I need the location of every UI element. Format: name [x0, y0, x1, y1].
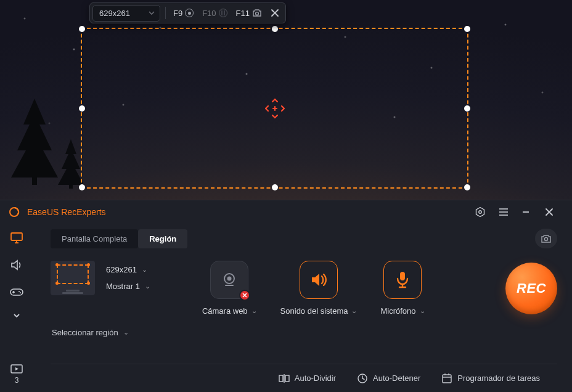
svg-point-9 [479, 211, 481, 213]
auto-split-button[interactable]: Auto-Dividir [279, 374, 336, 383]
recordings-button[interactable]: 3 [10, 364, 23, 385]
region-thumbnail[interactable] [51, 261, 95, 295]
microphone-dropdown[interactable]: Micrófono ⌄ [380, 306, 425, 316]
auto-stop-button[interactable]: Auto-Detener [357, 373, 420, 384]
record-button[interactable]: REC [505, 263, 557, 314]
move-region-icon[interactable] [264, 97, 286, 120]
wallpaper-tree [5, 99, 64, 185]
svg-rect-5 [224, 10, 225, 15]
system-sound-toggle[interactable] [300, 261, 338, 299]
microphone-toggle[interactable] [383, 261, 422, 299]
webcam-label: Cámara web [202, 306, 248, 316]
monitor-dropdown[interactable]: Mostrar 1 ⌄ [106, 282, 150, 291]
rail-audio-mode[interactable] [8, 257, 25, 273]
close-window-button[interactable] [545, 208, 562, 216]
record-button-label: REC [517, 280, 546, 296]
clock-icon [357, 373, 368, 384]
system-sound-label: Sonido del sistema [280, 306, 348, 316]
hotkey-label: F10 [202, 9, 216, 18]
rail-expand[interactable] [8, 311, 25, 320]
recordings-count: 3 [15, 376, 19, 385]
svg-rect-34 [443, 375, 451, 383]
calendar-icon [441, 373, 452, 384]
app-window: EaseUS RecExperts [0, 200, 572, 392]
record-icon [185, 9, 194, 17]
svg-marker-8 [476, 208, 484, 217]
camera-icon [252, 9, 262, 17]
app-logo-icon [9, 206, 20, 218]
hotkey-pause[interactable]: F10 [200, 9, 229, 18]
task-scheduler-label: Programador de tareas [457, 374, 540, 383]
auto-split-label: Auto-Dividir [295, 374, 336, 383]
region-resolution-value: 629x261 [106, 265, 137, 274]
microphone-label: Micrófono [380, 306, 415, 316]
chevron-down-icon: ⌄ [251, 307, 257, 315]
resize-handle-ne[interactable] [464, 26, 470, 32]
tab-region[interactable]: Región [138, 229, 187, 248]
menu-button[interactable] [498, 208, 515, 216]
svg-rect-1 [69, 184, 73, 189]
hotkey-label: F11 [236, 9, 250, 18]
source-microphone: Micrófono ⌄ [380, 261, 425, 316]
region-size-dropdown[interactable]: 629x261 [92, 5, 160, 22]
chevron-down-icon [149, 10, 155, 16]
svg-point-20 [18, 291, 20, 292]
webcam-dropdown[interactable]: Cámara web ⌄ [202, 306, 257, 316]
region-size-value: 629x261 [99, 9, 130, 18]
svg-point-21 [20, 292, 21, 293]
capture-region-marquee[interactable] [81, 28, 468, 189]
monitor-value: Mostrar 1 [106, 282, 140, 291]
chevron-down-icon: ⌄ [123, 329, 129, 337]
hotkey-label: F9 [173, 9, 182, 18]
pause-icon [219, 9, 227, 17]
resize-handle-w[interactable] [79, 105, 85, 112]
svg-rect-30 [279, 375, 283, 382]
hotkey-record[interactable]: F9 [171, 9, 196, 18]
divider [165, 7, 166, 19]
select-region-dropdown[interactable]: Seleccionar región ⌄ [51, 328, 557, 337]
svg-point-24 [544, 237, 547, 240]
minimize-button[interactable] [521, 208, 539, 216]
resize-handle-s[interactable] [272, 184, 278, 190]
svg-rect-0 [32, 176, 37, 185]
chevron-down-icon: ⌄ [145, 282, 150, 290]
footer-bar: Auto-Dividir Auto-Detener Programador de… [51, 364, 557, 392]
svg-point-6 [256, 12, 259, 15]
svg-rect-14 [11, 233, 22, 240]
region-resolution-dropdown[interactable]: 629x261 ⌄ [106, 265, 150, 274]
tab-full-screen[interactable]: Pantalla Completa [51, 229, 138, 248]
resize-handle-se[interactable] [464, 184, 470, 190]
svg-rect-4 [221, 10, 223, 15]
close-topbar-button[interactable] [268, 9, 282, 17]
svg-marker-23 [15, 367, 18, 370]
settings-button[interactable] [475, 206, 492, 218]
svg-rect-27 [400, 272, 405, 280]
rail-screen-mode[interactable] [8, 230, 25, 246]
webcam-toggle[interactable] [210, 261, 248, 299]
auto-stop-label: Auto-Detener [373, 374, 420, 383]
capture-topbar: 629x261 F9 F10 F11 [89, 2, 286, 23]
chevron-down-icon: ⌄ [420, 307, 425, 315]
capture-mode-tabs: Pantalla Completa Región [51, 229, 557, 248]
resize-handle-sw[interactable] [79, 184, 85, 190]
screenshot-button[interactable] [535, 229, 557, 248]
source-webcam: Cámara web ⌄ [202, 261, 257, 316]
hotkey-screenshot[interactable]: F11 [234, 9, 264, 18]
region-summary: 629x261 ⌄ Mostrar 1 ⌄ [51, 261, 150, 295]
task-scheduler-button[interactable]: Programador de tareas [441, 373, 540, 384]
system-sound-dropdown[interactable]: Sonido del sistema ⌄ [280, 306, 358, 316]
resize-handle-nw[interactable] [79, 26, 85, 32]
disabled-badge-icon [239, 290, 250, 301]
rail-game-mode[interactable] [8, 284, 25, 300]
main-content: Pantalla Completa Región [33, 224, 572, 392]
chevron-down-icon: ⌄ [142, 266, 147, 274]
split-icon [279, 374, 290, 383]
svg-rect-31 [285, 375, 289, 382]
select-region-label: Seleccionar región [52, 328, 118, 337]
titlebar: EaseUS RecExperts [0, 200, 572, 224]
chevron-down-icon: ⌄ [351, 307, 357, 315]
resize-handle-n[interactable] [272, 26, 278, 32]
source-system-sound: Sonido del sistema ⌄ [280, 261, 358, 316]
resize-handle-e[interactable] [464, 105, 470, 112]
svg-point-26 [227, 277, 232, 281]
